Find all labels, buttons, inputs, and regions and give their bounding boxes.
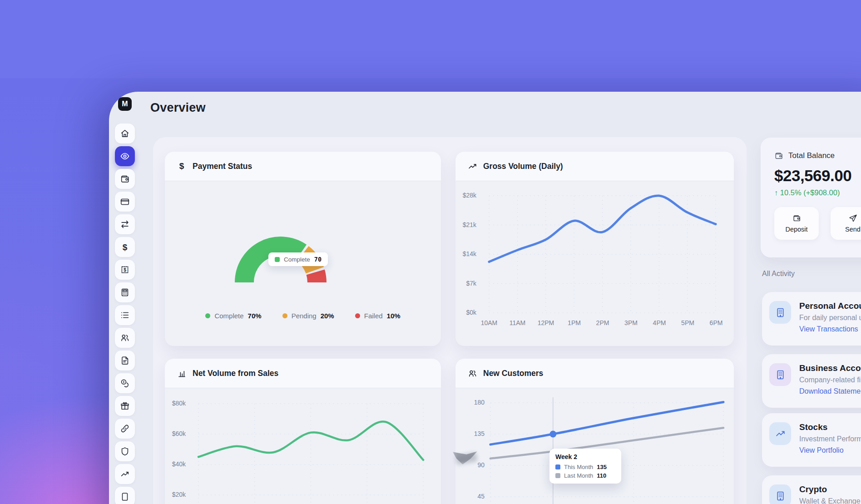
sidebar-item-devices[interactable]: [115, 487, 135, 504]
building-icon: [769, 301, 791, 324]
tooltip-swatch: [275, 257, 280, 262]
tooltip-title: Week 2: [555, 453, 615, 460]
activity-item-personal-account[interactable]: Personal Account For daily personal use …: [762, 292, 861, 346]
y-tick: 135: [459, 430, 485, 437]
calculator-icon: [120, 287, 130, 297]
y-tick: $60k: [165, 430, 186, 437]
send-button[interactable]: Send: [831, 207, 861, 240]
sidebar-item-cards[interactable]: [115, 192, 135, 212]
gross-volume-body: $28k $21k $14k $7k $0k 10AM 11AM 12PM 1P…: [455, 181, 734, 346]
card-title: New Customers: [483, 369, 543, 378]
deposit-button[interactable]: Deposit: [774, 207, 819, 240]
x-tick: 10AM: [479, 319, 500, 326]
sidebar-item-overview[interactable]: [115, 146, 135, 166]
sidebar-item-rewards[interactable]: [115, 396, 135, 416]
sidebar-item-links[interactable]: [115, 419, 135, 439]
y-tick: 180: [459, 399, 485, 406]
send-plane-icon: [849, 214, 857, 222]
x-tick: 3PM: [621, 319, 642, 326]
last-month-swatch: [555, 473, 560, 478]
all-activity-heading: All Activity: [762, 270, 795, 278]
y-tick: $80k: [165, 400, 186, 407]
building-icon: [769, 363, 791, 386]
gauge-tooltip: Complete 70: [268, 252, 328, 266]
sidebar-item-home[interactable]: [115, 124, 135, 143]
sidebar-nav: $ $: [115, 124, 135, 504]
activity-item-crypto[interactable]: Crypto Wallet & Exchange: [762, 475, 861, 504]
trending-up-icon: [769, 422, 791, 445]
download-statements-link[interactable]: Download Statements: [799, 387, 861, 395]
tooltip-value: 70: [314, 256, 322, 263]
sidebar-item-transactions[interactable]: [115, 305, 135, 325]
new-customers-card: New Customers 180 135 90 45 Week 2 This …: [455, 359, 734, 504]
y-tick: $21k: [455, 221, 476, 228]
gross-volume-chart: [485, 190, 720, 322]
x-tick: 6PM: [706, 319, 727, 326]
users-icon: [120, 333, 130, 343]
payment-status-body: Complete 70 Complete70% Pending20% Faile…: [165, 181, 441, 346]
activity-item-text: Personal Account For daily personal use …: [799, 301, 861, 346]
dollar-icon: $: [123, 243, 128, 252]
page-title: Overview: [150, 101, 206, 115]
sidebar-item-invoices[interactable]: $: [115, 260, 135, 280]
sidebar-item-documents[interactable]: [115, 351, 135, 371]
legend-dot: [282, 313, 287, 318]
net-volume-chart: [194, 397, 430, 504]
bar-chart-icon: [177, 368, 187, 378]
shield-icon: [120, 446, 130, 456]
activity-item-text: Business Account Company-related finance…: [799, 363, 861, 408]
y-tick: $7k: [455, 280, 476, 287]
total-balance-card: Total Balance $23,569.00 ↑ 10.5% (+$908.…: [761, 138, 861, 257]
sidebar-item-analytics[interactable]: [115, 464, 135, 484]
balance-amount: $23,569.00: [774, 167, 861, 185]
app-logo-letter: M: [122, 100, 128, 108]
activity-item-text: Stocks Investment Performance View Portf…: [799, 422, 861, 467]
payment-status-card: $ Payment Status Complete 70 Complete70%…: [165, 152, 441, 346]
gift-icon: [120, 401, 130, 411]
activity-item-business-account[interactable]: Business Account Company-related finance…: [762, 354, 861, 408]
home-icon: [120, 128, 130, 138]
sidebar-item-wallet[interactable]: [115, 169, 135, 189]
sidebar-item-transfers[interactable]: [115, 214, 135, 234]
activity-item-stocks[interactable]: Stocks Investment Performance View Portf…: [762, 413, 861, 467]
balance-label-row: Total Balance: [774, 151, 861, 160]
sidebar-item-security[interactable]: [115, 441, 135, 461]
wallet-icon: [774, 151, 783, 160]
card-title: Payment Status: [193, 162, 252, 171]
sidebar-item-payments[interactable]: $: [115, 237, 135, 257]
building-icon: [769, 484, 791, 504]
users-icon: [467, 368, 477, 378]
y-tick: $40k: [165, 460, 186, 468]
chart-tooltip: Week 2 This Month135 Last Month110: [549, 449, 621, 484]
view-portfolio-link[interactable]: View Portfolio: [799, 446, 861, 455]
legend-item-failed: Failed10%: [355, 312, 401, 320]
view-transactions-link[interactable]: View Transactions: [799, 325, 861, 333]
app-logo[interactable]: M: [118, 97, 132, 111]
file-text-icon: [120, 356, 130, 366]
x-tick: 2PM: [592, 319, 613, 326]
credit-card-icon: [120, 197, 130, 207]
sidebar-item-history[interactable]: [115, 373, 135, 393]
tooltip-row: This Month135: [555, 464, 615, 470]
x-tick: 1PM: [564, 319, 585, 326]
legend-dot: [355, 313, 360, 318]
y-tick: $20k: [165, 491, 186, 498]
svg-text:$: $: [124, 267, 126, 272]
legend-item-pending: Pending20%: [282, 312, 334, 320]
new-customers-body: 180 135 90 45 Week 2 This Month135 Last …: [455, 388, 734, 504]
tooltip-label: Complete: [284, 256, 310, 263]
tooltip-row: Last Month110: [555, 472, 615, 479]
net-volume-header: Net Volume from Sales: [165, 359, 441, 388]
balance-actions: Deposit Send: [774, 207, 861, 240]
new-customers-header: New Customers: [455, 359, 734, 388]
card-title: Net Volume from Sales: [193, 369, 278, 378]
legend-dot: [205, 313, 210, 318]
sidebar-item-customers[interactable]: [115, 328, 135, 348]
dollar-icon: $: [177, 161, 187, 171]
sidebar-item-calculator[interactable]: [115, 282, 135, 302]
y-tick: 45: [459, 493, 485, 500]
gross-volume-card: Gross Volume (Daily) $28k $21k $14k $7k …: [455, 152, 734, 346]
coins-icon: [120, 378, 130, 388]
gauge-legend: Complete70% Pending20% Failed10%: [165, 312, 441, 320]
x-tick: 5PM: [678, 319, 698, 326]
